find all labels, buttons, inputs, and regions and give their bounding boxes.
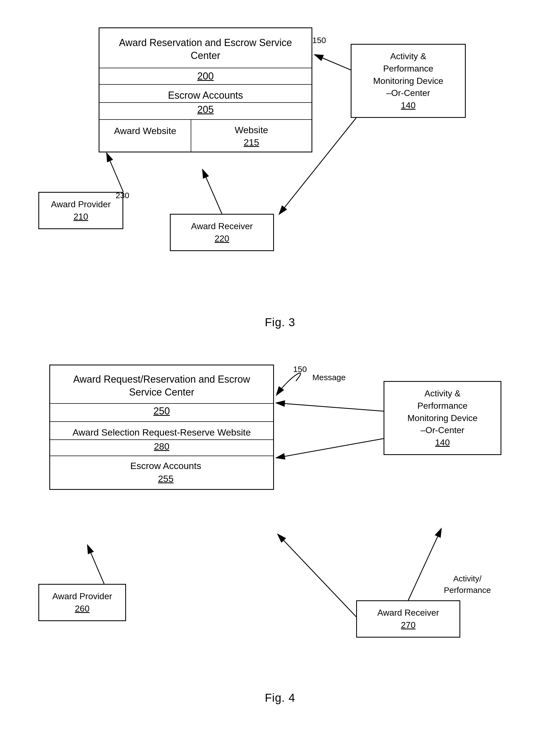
message-label-fig4: Message bbox=[312, 373, 346, 382]
award-provider-box-fig3: Award Provider 210 bbox=[38, 192, 123, 229]
activity-line1-fig3: Activity & bbox=[356, 50, 461, 62]
service-center-title-fig3: Award Reservation and Escrow Service Cen… bbox=[99, 28, 312, 68]
svg-line-12 bbox=[88, 546, 104, 584]
activity-perf-line2: Performance bbox=[444, 584, 491, 596]
award-provider-ref-fig4: 260 bbox=[44, 603, 121, 615]
activity-line1-fig4: Activity & bbox=[389, 387, 496, 400]
award-selection-text-fig4: Award Selection Request-Reserve Website bbox=[50, 422, 273, 440]
fig3-diagram: Award Reservation and Escrow Service Cen… bbox=[22, 16, 538, 332]
award-website-cell-fig3: Award Website bbox=[99, 120, 191, 152]
escrow-accounts-ref-fig3: 205 bbox=[99, 103, 312, 120]
activity-line2-fig4: Performance bbox=[389, 400, 496, 412]
svg-line-10 bbox=[408, 529, 441, 600]
escrow-accounts-ref-fig4: 255 bbox=[58, 472, 273, 489]
award-selection-ref-fig4: 280 bbox=[50, 440, 273, 456]
fig4-diagram: Award Request/Reservation and Escrow Ser… bbox=[22, 348, 538, 704]
svg-line-8 bbox=[277, 403, 384, 411]
activity-perf-line1: Activity/ bbox=[444, 573, 491, 584]
activity-line4-fig4: –Or-Center bbox=[389, 424, 496, 437]
award-receiver-ref-fig3: 220 bbox=[175, 232, 269, 245]
escrow-accounts-text-fig3: Escrow Accounts bbox=[99, 85, 312, 103]
activity-box-fig4: Activity & Performance Monitoring Device… bbox=[384, 381, 501, 455]
website-text-fig3: Website bbox=[191, 120, 312, 136]
award-receiver-text-fig3: Award Receiver bbox=[175, 220, 269, 232]
service-center-ref-fig3: 200 bbox=[99, 68, 312, 85]
fig3-label: Fig. 3 bbox=[22, 316, 538, 329]
ref-230-fig3: 230 bbox=[116, 191, 129, 200]
activity-ref-fig4: 140 bbox=[389, 437, 496, 449]
award-provider-ref-fig3: 210 bbox=[44, 210, 118, 223]
award-provider-text-fig3: Award Provider bbox=[44, 198, 118, 210]
ref-150-fig3: 150 bbox=[312, 36, 326, 45]
activity-line2-fig3: Performance bbox=[356, 62, 461, 75]
ref-150-fig4: 150 bbox=[293, 364, 307, 374]
svg-line-9 bbox=[277, 439, 384, 458]
escrow-accounts-text-fig4: Escrow Accounts bbox=[58, 456, 273, 472]
activity-performance-label-fig4: Activity/ Performance bbox=[444, 573, 491, 596]
activity-line3-fig3: Monitoring Device bbox=[356, 75, 461, 87]
svg-line-4 bbox=[107, 153, 123, 192]
award-provider-box-fig4: Award Provider 260 bbox=[38, 584, 126, 621]
svg-line-5 bbox=[203, 170, 222, 214]
fig4-label: Fig. 4 bbox=[22, 691, 538, 704]
escrow-ref-fig4: 250 bbox=[50, 404, 273, 422]
activity-ref-fig3: 140 bbox=[356, 99, 461, 112]
service-center-box-fig3: Award Reservation and Escrow Service Cen… bbox=[99, 27, 312, 152]
activity-line3-fig4: Monitoring Device bbox=[389, 412, 496, 424]
escrow-center-box-fig4: Award Request/Reservation and Escrow Ser… bbox=[49, 364, 274, 490]
award-provider-text-fig4: Award Provider bbox=[44, 590, 121, 603]
fig4-section: Award Request/Reservation and Escrow Ser… bbox=[22, 348, 538, 704]
award-receiver-text-fig4: Award Receiver bbox=[361, 607, 455, 619]
svg-line-2 bbox=[315, 55, 351, 70]
website-ref-fig3: 215 bbox=[191, 136, 312, 152]
activity-box-fig3: Activity & Performance Monitoring Device… bbox=[351, 44, 466, 118]
page: Award Reservation and Escrow Service Cen… bbox=[0, 0, 560, 736]
award-receiver-box-fig3: Award Receiver 220 bbox=[170, 214, 274, 251]
svg-line-11 bbox=[278, 535, 356, 617]
activity-line4-fig3: –Or-Center bbox=[356, 87, 461, 99]
award-receiver-box-fig4: Award Receiver 270 bbox=[356, 600, 460, 638]
bottom-row-fig3: Award Website Website 215 bbox=[99, 120, 312, 152]
award-receiver-ref-fig4: 270 bbox=[361, 619, 455, 631]
escrow-title-fig4: Award Request/Reservation and Escrow Ser… bbox=[50, 365, 273, 404]
